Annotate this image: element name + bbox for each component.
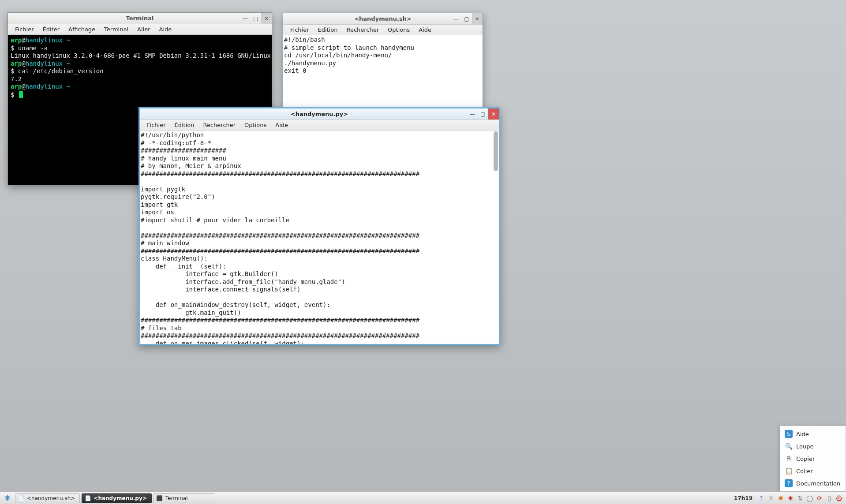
menu-item-aide[interactable]: Aide xyxy=(415,26,435,34)
terminal-title: Terminal xyxy=(126,15,154,22)
menu-item-fichier[interactable]: Fichier xyxy=(143,121,169,129)
maximize-button[interactable]: ▢ xyxy=(251,13,261,24)
menu-item-aide[interactable]: Aide xyxy=(156,25,176,34)
menu-item-editer[interactable]: Éditer xyxy=(39,25,64,34)
taskbar-clock[interactable]: 17h19 xyxy=(730,495,756,501)
menu-item-aller[interactable]: Aller xyxy=(134,25,153,34)
scrollbar-thumb[interactable] xyxy=(494,131,498,171)
minimize-button[interactable]: — xyxy=(467,108,478,119)
taskbar-task[interactable]: 📄<handymenu.sh> xyxy=(15,493,80,503)
task-icon: ⬛ xyxy=(157,495,163,501)
menu-item-options[interactable]: Options xyxy=(384,26,413,34)
accessibility-icon: ♿ xyxy=(785,430,793,438)
terminal-menubar: FichierÉditerAffichageTerminalAllerAide xyxy=(8,24,272,35)
task-icon: 📄 xyxy=(85,495,91,501)
menu-item-options[interactable]: Options xyxy=(241,121,270,129)
bug-icon[interactable]: ✱ xyxy=(787,495,794,502)
minimize-button[interactable]: — xyxy=(451,13,461,24)
menu-item-fichier[interactable]: Fichier xyxy=(11,25,37,34)
task-label: Terminal xyxy=(165,495,188,501)
taskbar-task[interactable]: 📄<handymenu.py> xyxy=(82,493,151,503)
close-button[interactable]: ✕ xyxy=(488,108,499,119)
taskbar-task[interactable]: ⬛Terminal xyxy=(153,493,215,503)
update-icon[interactable]: ⟳ xyxy=(816,495,823,502)
popup-item-label: Aide xyxy=(796,431,809,437)
minimize-button[interactable]: — xyxy=(240,13,251,24)
menu-item-edition[interactable]: Édition xyxy=(171,121,198,129)
menu-item-aide[interactable]: Aide xyxy=(272,121,292,129)
maximize-button[interactable]: ▢ xyxy=(478,108,488,119)
terminal-titlebar[interactable]: Terminal — ▢ ✕ xyxy=(8,13,272,24)
editor-sh-title: <handymenu.sh> xyxy=(354,15,412,22)
brightness-icon[interactable]: ☼ xyxy=(767,495,775,502)
start-menu-button[interactable]: ❋ xyxy=(2,493,13,503)
popup-item-copier[interactable]: ⎘Copier xyxy=(781,452,845,465)
editor-py-window[interactable]: <handymenu.py> — ▢ ✕ FichierÉditionReche… xyxy=(139,107,500,345)
popup-item-loupe[interactable]: 🔍Loupe xyxy=(781,440,845,452)
menu-item-edition[interactable]: Édition xyxy=(314,26,341,34)
popup-item-documentation[interactable]: ?Documentation xyxy=(781,477,845,489)
start-menu-icon: ❋ xyxy=(4,494,10,502)
popup-item-coller[interactable]: 📋Coller xyxy=(781,465,845,477)
copy-icon: ⎘ xyxy=(785,455,793,463)
menu-item-rechercher[interactable]: Rechercher xyxy=(343,26,382,34)
paste-icon: 📋 xyxy=(785,467,793,475)
task-label: <handymenu.py> xyxy=(94,495,146,501)
shutdown-icon[interactable]: ⏻ xyxy=(835,495,842,502)
menu-item-terminal[interactable]: Terminal xyxy=(101,25,132,34)
magnifier-icon: 🔍 xyxy=(785,442,793,450)
power-menu-icon[interactable]: ◯ xyxy=(806,495,813,502)
network-icon[interactable]: ⇅ xyxy=(797,495,804,502)
help-icon: ? xyxy=(785,479,793,487)
editor-sh-menubar: FichierÉditionRechercherOptionsAide xyxy=(283,25,483,35)
close-button[interactable]: ✕ xyxy=(472,13,483,24)
terminal-cursor xyxy=(19,91,23,98)
menu-item-rechercher[interactable]: Rechercher xyxy=(199,121,239,129)
editor-py-menubar: FichierÉditionRechercherOptionsAide xyxy=(140,120,499,131)
system-tray: ?☼✺✱⇅◯⟳▯⏻ xyxy=(758,495,844,502)
editor-py-content[interactable]: #!/usr/bin/python # -*-coding:utf-8-* ##… xyxy=(140,131,499,344)
maximize-button[interactable]: ▢ xyxy=(461,13,472,24)
taskbar: ❋ 📄<handymenu.sh>📄<handymenu.py>⬛Termina… xyxy=(0,492,846,504)
popup-item-label: Documentation xyxy=(796,480,840,487)
task-icon: 📄 xyxy=(18,495,24,501)
editor-py-titlebar[interactable]: <handymenu.py> — ▢ ✕ xyxy=(140,108,499,120)
editor-py-text[interactable]: #!/usr/bin/python # -*-coding:utf-8-* ##… xyxy=(140,131,499,344)
editor-py-title: <handymenu.py> xyxy=(291,111,348,117)
popup-item-label: Coller xyxy=(796,468,813,474)
task-label: <handymenu.sh> xyxy=(27,495,75,501)
editor-sh-titlebar[interactable]: <handymenu.sh> — ▢ ✕ xyxy=(283,13,483,25)
popup-item-label: Loupe xyxy=(796,443,813,450)
menu-item-affichage[interactable]: Affichage xyxy=(65,25,99,34)
close-button[interactable]: ✕ xyxy=(261,13,272,24)
menu-item-fichier[interactable]: Fichier xyxy=(287,26,313,34)
help-icon[interactable]: ? xyxy=(758,495,765,502)
quick-actions-popup[interactable]: ♿Aide🔍Loupe⎘Copier📋Coller?Documentation xyxy=(780,426,846,492)
popup-item-aide[interactable]: ♿Aide xyxy=(781,428,845,440)
popup-item-label: Copier xyxy=(796,455,815,462)
clipboard-icon[interactable]: ▯ xyxy=(826,495,833,502)
settings-icon[interactable]: ✺ xyxy=(777,495,784,502)
